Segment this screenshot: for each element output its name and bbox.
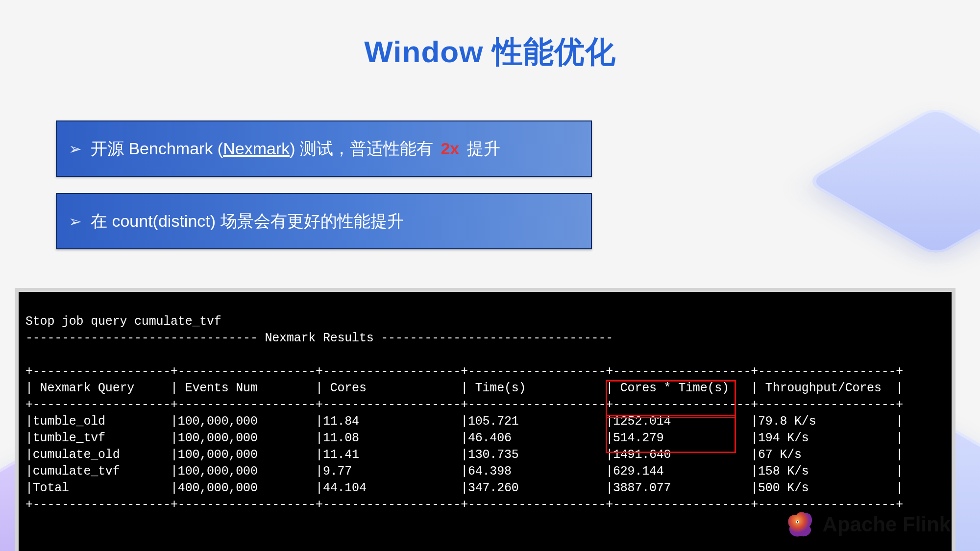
bullet-1-post: 提升 [462, 139, 500, 158]
bullet-1-highlight: 2x [441, 139, 459, 158]
squirrel-icon [784, 509, 814, 540]
terminal-line: |cumulate_tvf |100,000,000 |9.77 |64.398… [25, 464, 903, 479]
terminal-line: |tumble_old |100,000,000 |11.84 |105.721… [25, 414, 903, 429]
bullet-arrow-icon: ➢ [69, 140, 82, 158]
bullet-arrow-icon: ➢ [69, 212, 82, 231]
bullet-2: ➢ 在 count(distinct) 场景会有更好的性能提升 [56, 193, 592, 249]
footer-brand: Apache Flink [784, 509, 951, 540]
bullet-1-text: 开源 Benchmark (Nexmark) 测试，普适性能有 2x 提升 [91, 138, 500, 160]
bullet-1-mid: ) 测试，普适性能有 [290, 139, 438, 158]
terminal-line: |Total |400,000,000 |44.104 |347.260 |38… [25, 481, 903, 495]
slide-title: Window 性能优化 [0, 31, 980, 72]
bullet-1-link: Nexmark [223, 139, 290, 158]
bullet-1: ➢ 开源 Benchmark (Nexmark) 测试，普适性能有 2x 提升 [56, 120, 592, 177]
terminal-line: | Nexmark Query | Events Num | Cores | T… [25, 381, 903, 395]
terminal-line: +-------------------+-------------------… [25, 398, 903, 412]
svg-point-1 [797, 521, 798, 523]
terminal-line: |cumulate_old |100,000,000 |11.41 |130.7… [25, 448, 903, 462]
bg-decoration-tr [843, 88, 980, 274]
terminal-line: Stop job query cumulate_tvf [25, 314, 221, 329]
terminal-line: +-------------------+-------------------… [25, 498, 903, 512]
footer-brand-text: Apache Flink [823, 513, 951, 536]
bullet-2-text: 在 count(distinct) 场景会有更好的性能提升 [91, 210, 404, 233]
bullet-1-pre: 开源 Benchmark ( [91, 139, 223, 158]
terminal-line: -------------------------------- Nexmark… [25, 331, 613, 345]
terminal-line: |tumble_tvf |100,000,000 |11.08 |46.406 … [25, 431, 903, 445]
terminal-line: +-------------------+-------------------… [25, 364, 903, 379]
